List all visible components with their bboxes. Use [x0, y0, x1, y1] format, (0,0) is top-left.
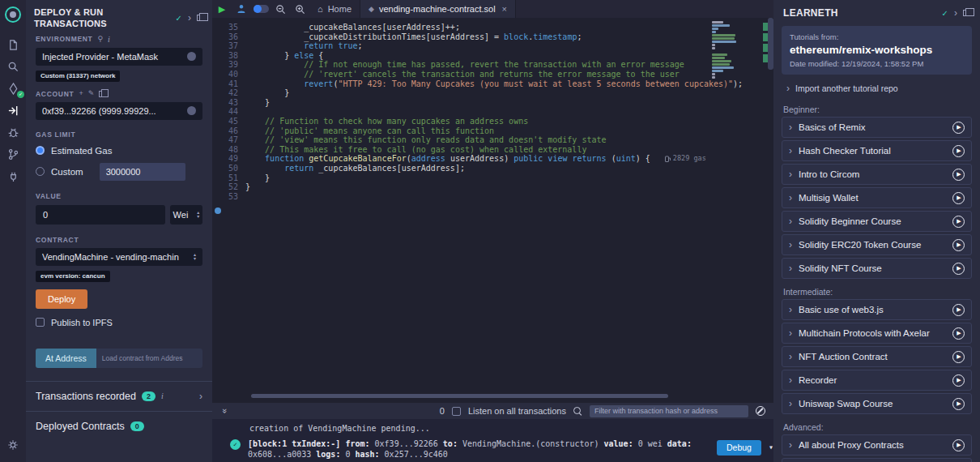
custom-gas-radio[interactable]: [36, 167, 45, 176]
custom-gas-option[interactable]: Custom: [26, 163, 212, 181]
start-tutorial-play-icon[interactable]: ▶: [952, 145, 965, 157]
tutorial-item[interactable]: ›Hash Checker Tutorial▶: [782, 140, 972, 161]
tutorial-item[interactable]: ›Multisig Wallet▶: [782, 187, 972, 208]
fork-state-icon[interactable]: ⚲: [98, 36, 104, 43]
learneth-expand-icon[interactable]: ›: [954, 8, 957, 18]
search-icon[interactable]: [0, 56, 26, 78]
start-tutorial-play-icon[interactable]: ▶: [952, 398, 965, 410]
code-line[interactable]: 42 }: [212, 88, 773, 98]
solidity-compiler-icon[interactable]: ✓: [0, 78, 26, 100]
listen-all-transactions-checkbox[interactable]: [452, 407, 461, 416]
code-line[interactable]: 52}: [212, 182, 773, 192]
terminal-filter-input[interactable]: [590, 405, 748, 417]
tutorial-item[interactable]: ›Uniswap Swap Course▶: [782, 393, 972, 414]
clear-console-icon[interactable]: [756, 406, 765, 416]
start-tutorial-play-icon[interactable]: ▶: [952, 122, 965, 134]
accessibility-user-icon[interactable]: [232, 0, 251, 18]
value-unit-select[interactable]: Wei ▴▾: [170, 205, 202, 225]
code-line[interactable]: 47 // 'view' means this function only re…: [212, 135, 773, 145]
code-line[interactable]: 40 // 'revert' cancels the transaction a…: [212, 70, 773, 79]
deploy-run-icon[interactable]: [0, 100, 26, 122]
debugger-icon[interactable]: [0, 122, 26, 143]
environment-select[interactable]: Injected Provider - MetaMask: [36, 48, 202, 66]
zoom-in-icon[interactable]: [290, 0, 309, 18]
start-tutorial-play-icon[interactable]: ▶: [952, 327, 965, 340]
tutorial-item[interactable]: ›Recorder▶: [782, 370, 972, 391]
start-tutorial-play-icon[interactable]: ▶: [952, 239, 965, 251]
import-tutorial-repo-link[interactable]: › Import another tutorial repo: [773, 75, 980, 95]
plugin-manager-icon[interactable]: [0, 165, 26, 187]
copy-account-icon[interactable]: [99, 91, 104, 97]
editor-vertical-scrollbar[interactable]: [768, 18, 773, 70]
tutorial-item[interactable]: ›Basics of Remix▶: [782, 117, 972, 138]
estimated-gas-option[interactable]: Estimated Gas: [26, 146, 212, 156]
run-script-icon[interactable]: ▶: [212, 0, 232, 18]
transactions-expand-icon[interactable]: ›: [199, 391, 202, 401]
start-tutorial-play-icon[interactable]: ▶: [952, 192, 965, 204]
tab-file-vending-machine-contract[interactable]: ◆ vending-machine-contract.sol ×: [360, 0, 516, 18]
terminal-expand-icon[interactable]: »: [220, 406, 230, 416]
code-line[interactable]: 38 } else {: [212, 51, 773, 61]
custom-gas-input[interactable]: [100, 163, 185, 181]
environment-info-icon[interactable]: i: [108, 35, 110, 44]
minimap[interactable]: [712, 21, 736, 83]
account-select[interactable]: 0xf39...92266 (9999.99929...: [36, 102, 202, 120]
deployed-contracts-row[interactable]: Deployed Contracts 0: [26, 412, 212, 441]
tutorial-item[interactable]: ›Basic use of web3.js▶: [782, 299, 972, 320]
code-line[interactable]: 46 // 'public' means anyone can call thi…: [212, 126, 773, 136]
tutorial-item[interactable]: ›▶: [782, 458, 972, 462]
gas-estimate-widget[interactable]: 2829 gas: [665, 154, 706, 164]
code-line[interactable]: 37 return true;: [212, 41, 773, 51]
contract-select[interactable]: VendingMachine - vending-machin ▴▾: [36, 248, 202, 266]
code-line[interactable]: 53: [212, 192, 773, 202]
file-explorer-icon[interactable]: [0, 34, 26, 56]
code-line[interactable]: 35 _cupcakeBalances[userAddress]++;: [212, 23, 773, 32]
editor-horizontal-scrollbar[interactable]: [251, 394, 668, 398]
value-input[interactable]: [36, 205, 165, 225]
settings-icon[interactable]: [0, 434, 26, 456]
start-tutorial-play-icon[interactable]: ▶: [952, 351, 965, 363]
start-tutorial-play-icon[interactable]: ▶: [952, 374, 965, 387]
code-editor[interactable]: 35 _cupcakeBalances[userAddress]++;36 _c…: [212, 18, 773, 403]
publish-ipfs-checkbox[interactable]: [36, 318, 45, 327]
tutorial-item[interactable]: ›All about Proxy Contracts▶: [782, 434, 972, 456]
transaction-log-entry[interactable]: ✓ [block:1 txIndex:-] from: 0xf39...9226…: [249, 438, 773, 460]
publish-ipfs-row[interactable]: Publish to IPFS: [26, 318, 212, 327]
code-line[interactable]: 48 // This makes it free to call (no gas…: [212, 145, 773, 155]
start-tutorial-play-icon[interactable]: ▶: [952, 304, 965, 316]
code-line[interactable]: 45 // Function to check how many cupcake…: [212, 117, 773, 126]
transactions-recorded-row[interactable]: Transactions recorded 2 i ›: [26, 382, 212, 411]
learneth-popout-icon[interactable]: [963, 10, 970, 16]
code-line[interactable]: 39 // If not enough time has passed, rev…: [212, 60, 773, 70]
close-tab-icon[interactable]: ×: [502, 4, 507, 14]
transactions-info-icon[interactable]: i: [161, 391, 164, 400]
code-line[interactable]: 43 }: [212, 98, 773, 108]
start-tutorial-play-icon[interactable]: ▶: [952, 439, 965, 451]
tutorial-item[interactable]: ›Multichain Protocols with Axelar▶: [782, 323, 972, 344]
code-line[interactable]: 41 revert("HTTP 429: Too Many Cupcakes (…: [212, 79, 773, 89]
tutorial-item[interactable]: ›Solidity Beginner Course▶: [782, 211, 972, 232]
deploy-button[interactable]: Deploy: [36, 289, 87, 309]
code-line[interactable]: 44: [212, 107, 773, 117]
estimated-gas-radio[interactable]: [36, 146, 45, 155]
tutorial-item[interactable]: ›Intro to Circom▶: [782, 164, 972, 185]
tutorial-item[interactable]: ›Solidity NFT Course▶: [782, 258, 972, 279]
editor-toggle[interactable]: [251, 0, 271, 18]
code-line[interactable]: 36 _cupcakeDistributionTimes[userAddress…: [212, 32, 773, 42]
at-address-input[interactable]: [96, 349, 202, 368]
start-tutorial-play-icon[interactable]: ▶: [952, 216, 965, 228]
debug-button[interactable]: Debug: [717, 440, 761, 456]
tab-home[interactable]: ⌂ Home: [309, 0, 360, 18]
at-address-button[interactable]: At Address: [36, 349, 96, 368]
start-tutorial-play-icon[interactable]: ▶: [952, 169, 965, 181]
panel-expand-icon[interactable]: ›: [188, 13, 191, 23]
start-tutorial-play-icon[interactable]: ▶: [952, 263, 965, 275]
tutorial-item[interactable]: ›Solidity ERC20 Token Course▶: [782, 234, 972, 255]
code-line[interactable]: 50 return _cupcakeBalances[userAddress];: [212, 164, 773, 173]
code-line[interactable]: 49 function getCupcakeBalanceFor(address…: [212, 154, 773, 164]
code-line[interactable]: 51 }: [212, 173, 773, 183]
remix-logo-icon[interactable]: [5, 6, 21, 23]
tutorial-item[interactable]: ›NFT Auction Contract▶: [782, 346, 972, 367]
popout-panel-icon[interactable]: [197, 15, 204, 21]
git-icon[interactable]: [0, 143, 26, 165]
